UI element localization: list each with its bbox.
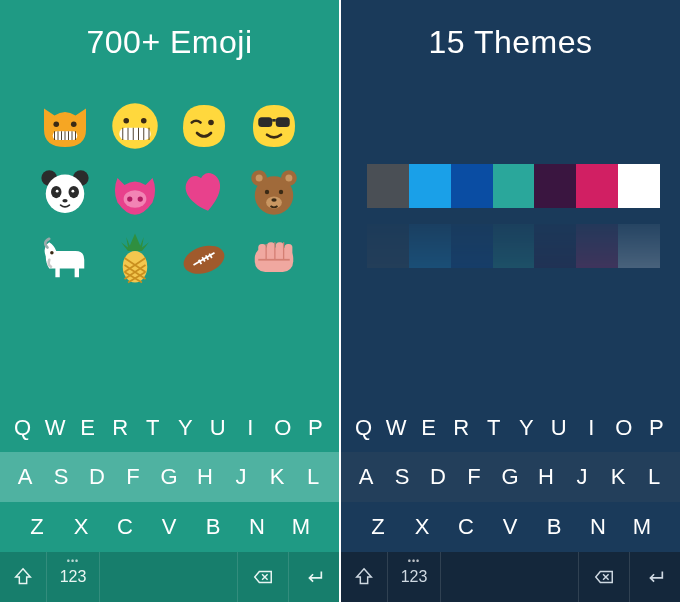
- keyboard-left: QWERTYUIOP ASDFGHJKL ZXCVBNM •••123: [0, 404, 339, 602]
- key-w[interactable]: W: [382, 415, 412, 441]
- backspace-key[interactable]: [578, 552, 629, 602]
- key-c[interactable]: C: [108, 514, 144, 540]
- numeric-key[interactable]: •••123: [47, 552, 100, 602]
- keyboard-row-1: QWERTYUIOP: [0, 404, 339, 452]
- emoji-title: 700+ Emoji: [0, 24, 339, 61]
- key-b[interactable]: B: [537, 514, 573, 540]
- key-x[interactable]: X: [405, 514, 441, 540]
- football-icon: [175, 230, 235, 286]
- svg-point-3: [112, 103, 158, 149]
- svg-rect-10: [272, 119, 276, 122]
- key-e[interactable]: E: [414, 415, 444, 441]
- key-k[interactable]: K: [602, 464, 636, 490]
- theme-swatch-4[interactable]: [534, 164, 576, 208]
- key-r[interactable]: R: [447, 415, 477, 441]
- shift-key[interactable]: [341, 552, 388, 602]
- space-key[interactable]: [441, 552, 578, 602]
- enter-key[interactable]: [288, 552, 339, 602]
- sunglasses-blob-icon: [244, 98, 304, 154]
- key-p[interactable]: P: [301, 415, 331, 441]
- theme-swatch-5[interactable]: [576, 164, 618, 208]
- fist-icon: [244, 230, 304, 286]
- key-e[interactable]: E: [73, 415, 103, 441]
- key-s[interactable]: S: [45, 464, 79, 490]
- svg-point-24: [256, 175, 263, 182]
- key-c[interactable]: C: [449, 514, 485, 540]
- key-y[interactable]: Y: [171, 415, 201, 441]
- key-v[interactable]: V: [152, 514, 188, 540]
- keyboard-row-1: QWERTYUIOP: [341, 404, 680, 452]
- key-n[interactable]: N: [581, 514, 617, 540]
- svg-rect-9: [276, 117, 290, 127]
- key-m[interactable]: M: [625, 514, 661, 540]
- key-o[interactable]: O: [609, 415, 639, 441]
- key-z[interactable]: Z: [361, 514, 397, 540]
- numeric-key-label: 123: [60, 568, 87, 586]
- svg-rect-6: [119, 128, 151, 140]
- key-a[interactable]: A: [350, 464, 384, 490]
- key-a[interactable]: A: [9, 464, 43, 490]
- key-u[interactable]: U: [544, 415, 574, 441]
- key-g[interactable]: G: [153, 464, 187, 490]
- keyboard-row-3: ZXCVBNM: [341, 502, 680, 552]
- svg-point-30: [272, 198, 277, 202]
- key-s[interactable]: S: [386, 464, 420, 490]
- key-d[interactable]: D: [422, 464, 456, 490]
- svg-point-4: [123, 118, 129, 124]
- theme-swatch-0[interactable]: [367, 164, 409, 208]
- key-l[interactable]: L: [297, 464, 331, 490]
- svg-rect-37: [276, 242, 284, 260]
- key-i[interactable]: I: [236, 415, 266, 441]
- key-t[interactable]: T: [138, 415, 168, 441]
- key-n[interactable]: N: [240, 514, 276, 540]
- key-w[interactable]: W: [41, 415, 71, 441]
- theme-swatch-6[interactable]: [618, 164, 660, 208]
- key-q[interactable]: Q: [349, 415, 379, 441]
- key-l[interactable]: L: [638, 464, 672, 490]
- key-q[interactable]: Q: [8, 415, 38, 441]
- key-h[interactable]: H: [189, 464, 223, 490]
- key-b[interactable]: B: [196, 514, 232, 540]
- svg-rect-35: [258, 244, 266, 260]
- key-k[interactable]: K: [261, 464, 295, 490]
- key-g[interactable]: G: [494, 464, 528, 490]
- svg-point-18: [62, 199, 67, 203]
- key-j[interactable]: J: [225, 464, 259, 490]
- heart-icon: [175, 164, 235, 220]
- more-dots-icon: •••: [408, 556, 420, 566]
- numeric-key[interactable]: •••123: [388, 552, 441, 602]
- cat-grin-icon: [35, 98, 95, 154]
- key-j[interactable]: J: [566, 464, 600, 490]
- theme-swatch-1[interactable]: [409, 164, 451, 208]
- svg-rect-36: [267, 242, 275, 260]
- key-f[interactable]: F: [117, 464, 151, 490]
- pig-nose-icon: [105, 164, 165, 220]
- key-f[interactable]: F: [458, 464, 492, 490]
- backspace-key[interactable]: [237, 552, 288, 602]
- shift-key[interactable]: [0, 552, 47, 602]
- key-z[interactable]: Z: [20, 514, 56, 540]
- space-key[interactable]: [100, 552, 237, 602]
- pineapple-icon: [105, 230, 165, 286]
- key-u[interactable]: U: [203, 415, 233, 441]
- key-o[interactable]: O: [268, 415, 298, 441]
- key-d[interactable]: D: [81, 464, 115, 490]
- key-m[interactable]: M: [284, 514, 320, 540]
- keyboard-bottom-row: •••123: [341, 552, 680, 602]
- theme-swatch-2[interactable]: [451, 164, 493, 208]
- key-y[interactable]: Y: [512, 415, 542, 441]
- key-r[interactable]: R: [106, 415, 136, 441]
- keyboard-row-3: ZXCVBNM: [0, 502, 339, 552]
- key-x[interactable]: X: [64, 514, 100, 540]
- key-t[interactable]: T: [479, 415, 509, 441]
- svg-point-7: [209, 120, 215, 126]
- key-h[interactable]: H: [530, 464, 564, 490]
- wink-blob-icon: [175, 98, 235, 154]
- key-p[interactable]: P: [642, 415, 672, 441]
- key-v[interactable]: V: [493, 514, 529, 540]
- keyboard-right: QWERTYUIOP ASDFGHJKL ZXCVBNM •••123: [341, 404, 680, 602]
- key-i[interactable]: I: [577, 415, 607, 441]
- theme-swatch-3[interactable]: [493, 164, 535, 208]
- panda-icon: [35, 164, 95, 220]
- enter-key[interactable]: [629, 552, 680, 602]
